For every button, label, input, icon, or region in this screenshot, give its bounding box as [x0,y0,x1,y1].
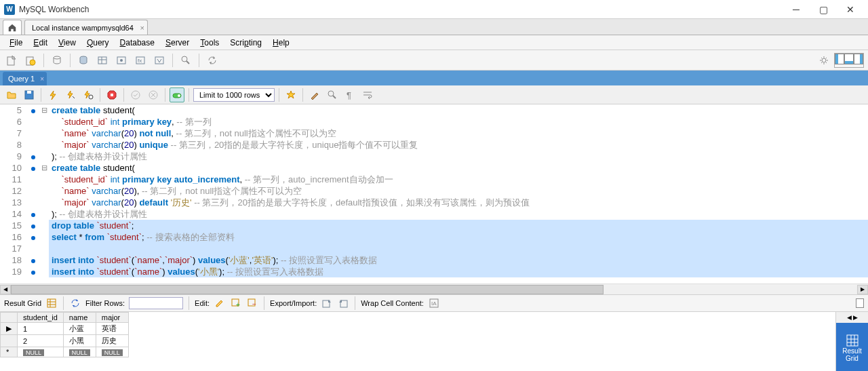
beautify-button[interactable] [307,87,322,102]
code-text[interactable]: `major` varchar(20) unique -- 第三列，20指的是最… [49,139,868,151]
cell[interactable]: 小蓝 [63,323,96,335]
code-text[interactable]: drop table `student`; [49,220,868,231]
query-tab-close-icon[interactable]: × [40,75,44,83]
code-text[interactable]: `name` varchar(20), -- 第二列，not null指这个属性… [49,185,868,197]
code-line[interactable]: 8 `major` varchar(20) unique -- 第三列，20指的… [0,139,868,151]
code-line[interactable]: 7 `name` varchar(20) not null, -- 第二列，no… [0,128,868,139]
add-row-button[interactable]: + [230,297,242,309]
row-handle[interactable]: * [1,347,18,357]
new-sql-tab-button[interactable] [4,53,19,68]
code-line[interactable]: 9); -- 创建表格并设计属性 [0,151,868,162]
fold-toggle[interactable]: ⊟ [39,162,49,174]
open-file-button[interactable] [4,87,19,102]
menu-help[interactable]: Help [267,37,295,49]
rollback-button[interactable] [146,87,161,102]
menu-file[interactable]: File [4,37,28,49]
menu-server[interactable]: Server [160,37,195,49]
menu-scripting[interactable]: Scripting [224,37,267,49]
result-grid[interactable]: student_idnamemajor ▶1小蓝英语2小黑历史*NULLNULL… [0,312,835,371]
export-button[interactable] [321,297,333,309]
code-line[interactable]: 17 [0,243,868,254]
result-grid-side-button[interactable]: Result Grid [836,323,868,371]
code-text[interactable]: create table student( [49,162,868,174]
cell[interactable]: NULL [96,347,128,357]
menu-database[interactable]: Database [115,37,160,49]
close-tab-icon[interactable]: × [140,24,144,32]
code-line[interactable]: 6 `student_id` int primary key, -- 第一列 [0,116,868,128]
panel-right-toggle[interactable] [854,54,863,64]
db-create-button[interactable] [76,53,91,68]
code-text[interactable] [49,243,868,254]
execute-current-button[interactable] [63,87,78,102]
code-text[interactable]: insert into `student`(`name`) values('小黑… [49,266,868,277]
page-next-icon[interactable]: ▶ [853,314,858,321]
menu-tools[interactable]: Tools [195,37,224,49]
delete-row-button[interactable]: − [246,297,258,309]
edit-row-button[interactable] [214,297,226,309]
fold-toggle[interactable]: ⊟ [39,104,49,116]
minimize-button[interactable]: ─ [783,0,810,19]
new-query-button[interactable] [50,53,64,68]
panel-left-toggle[interactable] [835,54,844,64]
code-text[interactable]: ); -- 创建表格并设计属性 [49,208,868,220]
code-text[interactable]: `student_id` int primary key, -- 第一列 [49,116,868,128]
invisible-chars-button[interactable]: ¶ [342,87,357,102]
db-func-button[interactable] [152,53,167,68]
query-tab[interactable]: Query 1 × [3,72,47,85]
cell[interactable]: NULL [63,347,96,357]
menu-view[interactable]: View [53,37,81,49]
maximize-button[interactable]: ▢ [810,0,837,19]
result-grid-icon-button[interactable] [45,297,58,309]
db-proc-button[interactable]: fx [133,53,148,68]
code-line[interactable]: 12 `name` varchar(20), -- 第二列，not null指这… [0,185,868,197]
table-row[interactable]: 2小黑历史 [1,335,129,347]
settings-button[interactable] [816,53,831,68]
code-text[interactable]: select * from `student`; -- 搜索表格的全部资料 [49,231,868,243]
column-header[interactable]: name [63,313,96,323]
cell[interactable]: 1 [18,323,64,335]
favorite-button[interactable] [283,87,298,102]
sql-editor[interactable]: 5⊟create table student(6 `student_id` in… [0,104,868,284]
code-line[interactable]: 5⊟create table student( [0,104,868,116]
open-sql-button[interactable] [23,53,38,68]
menu-query[interactable]: Query [81,37,115,49]
column-header[interactable]: student_id [18,313,64,323]
scroll-track[interactable] [11,285,857,294]
panel-bottom-toggle[interactable] [844,54,854,64]
page-prev-icon[interactable]: ◀ [847,314,852,321]
cell[interactable]: NULL [18,347,64,357]
scroll-left-button[interactable]: ◀ [0,285,11,294]
db-view-button[interactable] [114,53,129,68]
code-line[interactable]: 13 `major` varchar(20) default '历史' -- 第… [0,197,868,208]
cell[interactable]: 历史 [96,335,128,347]
code-text[interactable]: ); -- 创建表格并设计属性 [49,151,868,162]
save-file-button[interactable] [22,87,37,102]
filter-rows-input[interactable] [129,297,183,309]
code-text[interactable]: `student_id` int primary key auto_increm… [49,174,868,185]
cell[interactable]: 2 [18,335,64,347]
code-line[interactable]: 14); -- 创建表格并设计属性 [0,208,868,220]
stop-button[interactable] [104,87,119,102]
cell[interactable]: 英语 [96,323,128,335]
code-text[interactable]: insert into `student`(`name`,`major`) va… [49,254,868,266]
commit-button[interactable] [128,87,143,102]
code-line[interactable]: 18insert into `student`(`name`,`major`) … [0,254,868,266]
connection-tab[interactable]: Local instance wampmysqld64 × [24,20,148,35]
code-line[interactable]: 19insert into `student`(`name`) values('… [0,266,868,277]
column-header[interactable]: major [96,313,128,323]
menu-edit[interactable]: Edit [28,37,53,49]
row-handle[interactable]: ▶ [1,323,18,335]
reconnect-button[interactable] [205,53,220,68]
code-line[interactable]: 10⊟create table student( [0,162,868,174]
table-row-new[interactable]: *NULLNULLNULL [1,347,129,357]
wrap-cell-button[interactable]: IA [428,297,440,309]
code-text[interactable]: `major` varchar(20) default '历史' -- 第三列，… [49,197,868,208]
search-button[interactable] [178,53,193,68]
cell[interactable]: 小黑 [63,335,96,347]
close-button[interactable]: ✕ [837,0,864,19]
editor-hscrollbar[interactable]: ◀ ▶ [0,284,868,294]
row-limit-select[interactable]: Limit to 1000 rows [193,88,275,102]
home-tab[interactable] [3,20,22,35]
table-row[interactable]: ▶1小蓝英语 [1,323,129,335]
scroll-right-button[interactable]: ▶ [857,285,868,294]
